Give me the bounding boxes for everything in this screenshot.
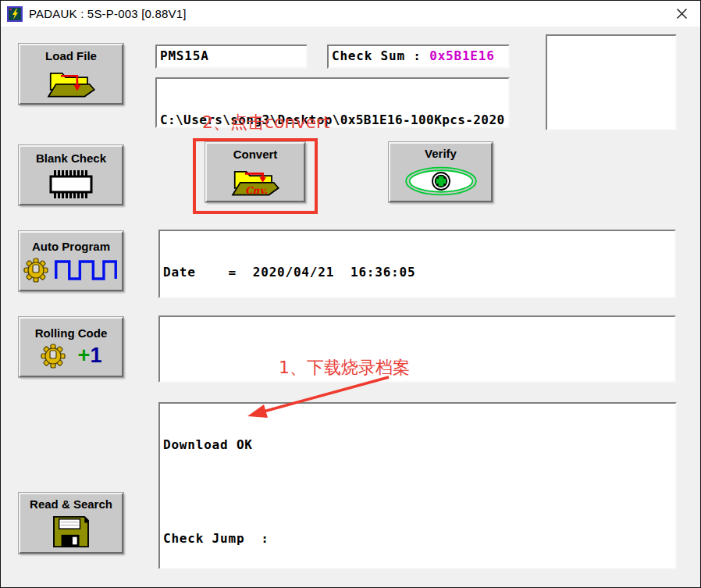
plus-one-label: +1 [78, 344, 102, 368]
open-folder-download-icon [44, 66, 98, 99]
close-icon [676, 8, 688, 20]
read-search-label: Read & Search [30, 497, 112, 511]
verify-button[interactable]: Verify [389, 142, 493, 202]
read-search-button[interactable]: Read & Search [19, 493, 123, 554]
info-panel: Date = 2020/04/21 16:36:05 SYSCLK = 16 M… [158, 230, 676, 298]
device-field[interactable]: PMS15A [155, 45, 308, 69]
log-line [163, 484, 672, 500]
ic-chip-icon [43, 169, 99, 200]
load-file-button[interactable]: Load File [19, 44, 123, 105]
blank-check-label: Blank Check [36, 151, 106, 165]
preview-box [546, 34, 677, 130]
rolling-code-label: Rolling Code [35, 326, 108, 340]
file-path-line1: C:\Users\song3\Desktop\0x5B1E16-100Kpcs-… [160, 112, 505, 128]
eye-icon [400, 164, 482, 198]
verify-label: Verify [425, 147, 457, 160]
log-line: Download OK [163, 437, 672, 453]
close-button[interactable] [671, 4, 692, 24]
auto-program-label: Auto Program [32, 240, 110, 253]
convert-label: Convert [233, 148, 278, 161]
convert-button[interactable]: Convert Cnv. [205, 142, 305, 202]
window-title: PADAUK : 5S-P-003 [0.88V1] [29, 7, 187, 20]
square-wave-icon [53, 257, 119, 283]
load-file-label: Load File [45, 49, 97, 62]
titlebar: PADAUK : 5S-P-003 [0.88V1] [1, 1, 700, 27]
log-panel: Download OK Check Jump : ■S08: JP2 / IC … [158, 402, 677, 569]
info-line-date: Date = 2020/04/21 16:36:05 [163, 265, 671, 280]
checksum-value: 0x5B1E16 [429, 48, 494, 63]
app-window: PADAUK : 5S-P-003 [0.88V1] Load File Bla… [0, 0, 701, 588]
blank-check-button[interactable]: Blank Check [19, 145, 123, 205]
file-path-box: C:\Users\song3\Desktop\0x5B1E16-100Kpcs-… [155, 77, 510, 128]
gear-icon [23, 258, 48, 283]
checksum-label: Check Sum : [332, 48, 429, 63]
convert-icon-text: Cnv. [245, 184, 268, 195]
log-line: Check Jump : [163, 531, 672, 547]
floppy-disk-icon [51, 515, 91, 549]
rolling-code-button[interactable]: Rolling Code +1 [19, 317, 123, 377]
gear-icon [41, 344, 66, 369]
message-panel [158, 315, 676, 383]
lightning-chip-icon [7, 6, 23, 22]
auto-program-button[interactable]: Auto Program [19, 231, 123, 291]
open-folder-convert-icon: Cnv. [228, 165, 283, 198]
checksum-box: Check Sum : 0x5B1E16 [327, 45, 510, 69]
